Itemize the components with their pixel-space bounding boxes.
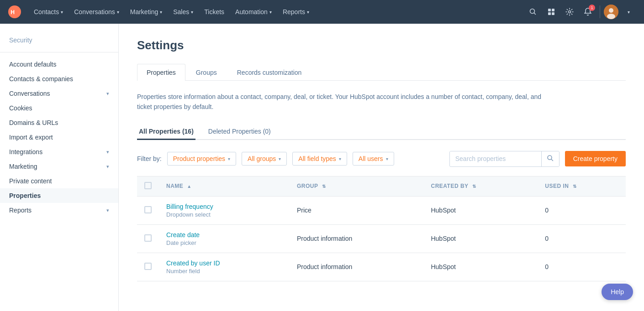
svg-point-7 [569,11,571,13]
property-name-cell: Billing frequency Dropdown select [159,196,290,224]
chevron-down-icon: ▾ [106,207,109,213]
chevron-down-icon: ▾ [228,156,230,161]
tab-groups[interactable]: Groups [186,64,227,81]
user-avatar[interactable] [604,5,618,19]
chevron-down-icon: ▾ [386,156,388,161]
sidebar-item-cookies[interactable]: Cookies [0,101,118,115]
search-input[interactable] [450,151,541,166]
select-all-header [137,176,159,196]
sidebar-item-integrations[interactable]: Integrations ▾ [0,145,118,159]
product-properties-filter[interactable]: Product properties ▾ [167,152,236,166]
sub-tab-deleted-properties[interactable]: Deleted Properties (0) [206,124,273,140]
tab-records-customization[interactable]: Records customization [227,64,311,81]
sidebar-item-import-export[interactable]: Import & export [0,130,118,145]
settings-button[interactable] [561,4,578,20]
sidebar-divider [0,52,118,52]
all-groups-filter[interactable]: All groups ▾ [242,152,287,166]
svg-text:H: H [11,9,15,16]
property-name-cell: Create date Date picker [159,224,290,253]
chevron-down-icon: ▾ [106,91,109,97]
svg-rect-4 [552,9,554,11]
property-created-by-cell: HubSpot [423,253,538,281]
all-field-types-filter[interactable]: All field types ▾ [292,152,347,166]
row-checkbox-cell [137,224,159,253]
sidebar-item-domains-urls[interactable]: Domains & URLs [0,115,118,130]
sidebar-item-conversations[interactable]: Conversations ▾ [0,86,118,101]
filter-by-label: Filter by: [137,155,162,162]
account-chevron[interactable]: ▾ [620,4,637,20]
used-in-column-header[interactable]: USED IN ⇅ [538,176,626,196]
svg-point-10 [607,14,615,19]
property-used-in-cell: 0 [538,196,626,224]
nav-tickets[interactable]: Tickets [200,5,229,18]
nav-conversations[interactable]: Conversations ▾ [69,5,124,18]
property-group-cell: Product information [290,224,423,253]
created-by-column-header[interactable]: CREATED BY ⇅ [423,176,538,196]
sort-icon: ▲ [187,184,191,189]
chevron-down-icon: ▾ [106,164,109,170]
top-navigation: H Contacts ▾ Conversations ▾ Marketing ▾… [0,0,644,24]
properties-description: Properties store information about a con… [137,92,548,112]
marketplace-button[interactable] [543,4,560,20]
nav-marketing[interactable]: Marketing ▾ [126,5,167,18]
row-checkbox[interactable] [144,206,152,213]
property-created-by-cell: HubSpot [423,196,538,224]
property-used-in-cell: 0 [538,224,626,253]
chevron-down-icon: ▾ [339,156,341,161]
property-name-link[interactable]: Create date [166,231,282,238]
row-checkbox[interactable] [144,234,152,242]
sort-icon: ⇅ [472,184,476,189]
table-header: NAME ▲ GROUP ⇅ CREATED BY ⇅ [137,176,626,196]
filters-row: Filter by: Product properties ▾ All grou… [137,151,626,167]
notification-badge: 1 [589,5,595,11]
nav-automation[interactable]: Automation ▾ [231,5,276,18]
chevron-down-icon: ▾ [117,10,119,15]
help-button[interactable]: Help [602,284,633,300]
nav-icons: 1 ▾ [525,4,637,20]
row-checkbox[interactable] [144,263,152,270]
sort-icon: ⇅ [573,184,577,189]
row-checkbox-cell [137,196,159,224]
chevron-down-icon: ▾ [61,10,63,15]
table-row: Create date Date picker Product informat… [137,224,626,253]
property-name-link[interactable]: Created by user ID [166,259,282,267]
property-group-cell: Price [290,196,423,224]
property-name-cell: Created by user ID Number field [159,253,290,281]
sidebar-security-label: Security [0,33,118,47]
row-checkbox-cell [137,253,159,281]
search-button[interactable] [525,4,541,20]
property-used-in-cell: 0 [538,253,626,281]
chevron-down-icon: ▾ [269,10,272,15]
sidebar-item-account-defaults[interactable]: Account defaults [0,57,118,72]
table-body: Billing frequency Dropdown select Price … [137,196,626,281]
nav-contacts[interactable]: Contacts ▾ [29,5,68,18]
sidebar-item-reports[interactable]: Reports ▾ [0,203,118,218]
sidebar-item-properties[interactable]: Properties [0,188,118,203]
notifications-button[interactable]: 1 [580,4,596,20]
property-name-link[interactable]: Billing frequency [166,203,282,210]
nav-reports[interactable]: Reports ▾ [278,5,314,18]
svg-rect-3 [548,9,551,11]
sub-tab-all-properties[interactable]: All Properties (16) [137,124,195,140]
sidebar-item-contacts-companies[interactable]: Contacts & companies [0,72,118,86]
select-all-checkbox[interactable] [144,182,152,189]
chevron-down-icon: ▾ [160,10,162,15]
nav-sales[interactable]: Sales ▾ [169,5,198,18]
search-button[interactable] [541,151,559,166]
property-group-cell: Product information [290,253,423,281]
property-type: Dropdown select [166,211,282,218]
all-users-filter[interactable]: All users ▾ [353,152,394,166]
main-tabs: Properties Groups Records customization [137,63,626,81]
sort-icon: ⇅ [322,184,326,189]
nav-divider [600,5,600,18]
sidebar-item-private-content[interactable]: Private content [0,174,118,188]
tab-properties[interactable]: Properties [137,64,185,81]
sidebar: Security Account defaults Contacts & com… [0,24,119,311]
hubspot-logo[interactable]: H [7,5,22,19]
group-column-header[interactable]: GROUP ⇅ [290,176,423,196]
main-content: Settings Properties Groups Records custo… [119,24,644,311]
name-column-header[interactable]: NAME ▲ [159,176,290,196]
sidebar-item-marketing[interactable]: Marketing ▾ [0,159,118,174]
create-property-button[interactable]: Create property [565,151,626,166]
chevron-down-icon: ▾ [279,156,281,161]
